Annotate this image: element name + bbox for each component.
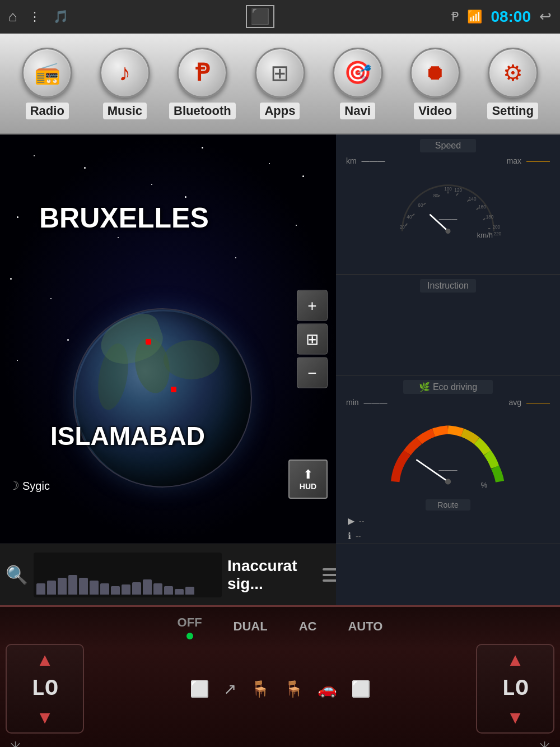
bruxelles-dot (146, 339, 151, 345)
signal-bar-11 (143, 579, 152, 595)
ac-ac-button[interactable]: AC (295, 618, 321, 635)
front-defrost-icon[interactable]: ⬜ (351, 680, 371, 698)
ac-auto-button[interactable]: AUTO (343, 618, 387, 635)
eco-min-dashes: ——— (363, 398, 387, 407)
recirculation-icon[interactable]: 🚗 (318, 680, 337, 698)
nav-item-music[interactable]: ♪ Music (91, 48, 158, 119)
signal-bar-5 (79, 578, 88, 595)
speed-title: Speed (420, 139, 476, 152)
right-temp-display: LO (502, 676, 529, 702)
menu-icon[interactable]: ⋮ (29, 10, 42, 24)
nav-item-navi[interactable]: 🎯 Navi (324, 48, 391, 119)
signal-strength-display (34, 553, 222, 597)
bluetooth-icon: Ᵽ (451, 10, 459, 24)
route-dash-1: -- (359, 517, 364, 526)
ac-off-button[interactable]: OFF (173, 614, 207, 632)
speed-info-row: km ——— max ——— (340, 155, 556, 166)
map-area[interactable]: BRUXELLES (0, 134, 336, 544)
airflow-icon[interactable]: ↗ (223, 680, 236, 698)
zoom-out-button[interactable]: − (297, 358, 328, 388)
bluetooth-button[interactable]: Ᵽ (177, 48, 227, 98)
signal-bar-2 (47, 581, 56, 595)
video-icon: ⏺ (424, 61, 446, 85)
svg-line-14 (456, 193, 459, 196)
home-icon[interactable]: ⌂ (8, 8, 17, 25)
nav-item-video[interactable]: ⏺ Video (402, 48, 469, 119)
hud-button[interactable]: ⬆ HUD (288, 460, 328, 499)
svg-point-27 (445, 229, 450, 234)
city-islamabad: ISLAMABAD (50, 421, 205, 451)
left-temp-down-button[interactable]: ▼ (36, 707, 54, 728)
eco-min: min ——— (346, 398, 387, 407)
stop-icon[interactable]: ⬛ (246, 5, 274, 28)
map-controls: + ⊞ − (297, 290, 328, 388)
right-temp-control: ▲ LO ▼ (476, 644, 554, 734)
svg-text:100: 100 (444, 187, 452, 192)
radio-icon: 📻 (34, 61, 60, 85)
navi-button[interactable]: 🎯 (333, 48, 383, 98)
svg-text:140: 140 (469, 197, 477, 202)
svg-text:200: 200 (493, 225, 501, 230)
settings-button[interactable]: ⚙ (488, 48, 538, 98)
search-button[interactable]: 🔍 (6, 561, 28, 589)
svg-text:220: 220 (493, 231, 501, 236)
apps-grid-icon: ⊞ (270, 60, 290, 86)
status-bar: ⌂ ⋮ 🎵 ⬛ Ᵽ 📶 08:00 ↩ (0, 0, 560, 34)
signal-bar-6 (90, 581, 99, 595)
route-row-2: ℹ -- (345, 528, 551, 544)
nav-item-bluetooth[interactable]: Ᵽ Bluetooth (169, 48, 236, 119)
eco-avg-dashes: ——— (526, 398, 550, 407)
left-fan-icon[interactable]: ✳ (8, 738, 22, 747)
ac-off-group: OFF (173, 614, 207, 639)
right-temp-down-button[interactable]: ▼ (506, 707, 524, 728)
main-area: BRUXELLES (0, 134, 560, 544)
bottom-bar: 🔍 (0, 544, 560, 605)
eco-section: 🌿 Eco driving min ——— avg ——— (336, 375, 560, 544)
left-temp-display: LO (31, 676, 58, 702)
max-dashes: ——— (526, 156, 550, 165)
route-title: Route (426, 499, 470, 511)
grid-icon: ⊞ (306, 330, 319, 349)
km-dashes: ——— (362, 156, 385, 165)
city-bruxelles: BRUXELLES (39, 202, 209, 234)
bluetooth-label: Bluetooth (169, 103, 236, 119)
seat-heat-left-icon[interactable]: 🪑 (250, 680, 270, 698)
zoom-in-button[interactable]: + (297, 290, 328, 321)
bluetooth-nav-icon: Ᵽ (195, 59, 209, 86)
left-temp-up-button[interactable]: ▲ (36, 649, 54, 670)
ac-buttons-row: OFF DUAL AC AUTO (0, 607, 560, 644)
back-icon[interactable]: ↩ (539, 8, 552, 25)
ac-dual-button[interactable]: DUAL (229, 618, 272, 635)
music-button[interactable]: ♪ (100, 48, 150, 98)
eco-avg: avg ——— (509, 398, 550, 407)
instruction-section: Instruction (336, 275, 560, 375)
ac-control-bar: OFF DUAL AC AUTO ▲ LO ▼ ⬜ ↗ 🪑 🪑 🚗 ⬜ ▲ LO… (0, 605, 560, 747)
svg-line-8 (423, 203, 426, 205)
right-panel: Speed km ——— max ——— (336, 134, 560, 544)
navi-label: Navi (340, 103, 375, 119)
nav-item-settings[interactable]: ⚙ Setting (479, 48, 547, 119)
svg-point-30 (445, 479, 451, 484)
svg-text:40: 40 (407, 215, 412, 220)
islamabad-dot (171, 387, 176, 392)
signal-bar-7 (100, 583, 109, 595)
ac-bottom-row: ✳ ✳ (0, 734, 560, 747)
apps-button[interactable]: ⊞ (255, 48, 305, 98)
right-temp-up-button[interactable]: ▲ (506, 649, 524, 670)
route-row-1: ▶ -- (345, 513, 551, 528)
seat-heat-right-icon[interactable]: 🪑 (284, 680, 304, 698)
video-button[interactable]: ⏺ (410, 48, 460, 98)
instruction-title: Instruction (420, 279, 476, 293)
eco-info-row: min ——— avg ——— (340, 397, 556, 408)
rear-defrost-icon[interactable]: ⬜ (190, 680, 209, 698)
route-info-icon: ℹ (348, 531, 351, 541)
right-fan-icon[interactable]: ✳ (538, 738, 552, 747)
signal-bar-15 (185, 587, 194, 595)
signal-bar-13 (164, 586, 173, 595)
nav-item-apps[interactable]: ⊞ Apps (246, 48, 314, 119)
sygic-logo: ☽ Sygic (8, 479, 50, 493)
grid-button[interactable]: ⊞ (297, 324, 328, 355)
nav-item-radio[interactable]: 📻 Radio (13, 48, 81, 119)
time-display: 08:00 (491, 8, 531, 26)
radio-button[interactable]: 📻 (22, 48, 72, 98)
